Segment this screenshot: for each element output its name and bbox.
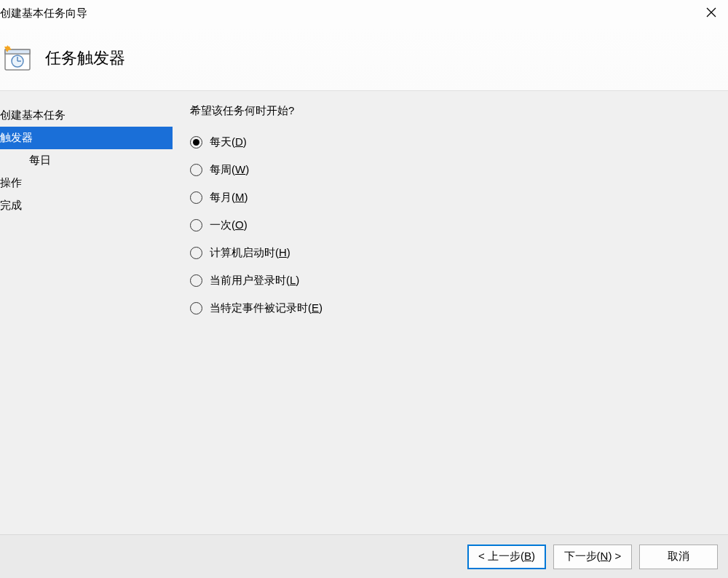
trigger-radio-group: 每天(D)每周(W)每月(M)一次(O)计算机启动时(H)当前用户登录时(L)当… (190, 135, 721, 315)
close-icon (706, 6, 716, 21)
sidebar-step-label: 触发器 (0, 131, 33, 145)
radio-label: 每月(M) (210, 191, 248, 205)
sidebar-step[interactable]: 触发器 (0, 127, 173, 149)
radio-unchecked-icon (190, 274, 202, 287)
radio-option[interactable]: 计算机启动时(H) (190, 246, 721, 260)
radio-label: 一次(O) (210, 218, 248, 232)
radio-label: 计算机启动时(H) (210, 246, 290, 260)
page-title: 任务触发器 (45, 47, 125, 69)
radio-checked-icon (190, 136, 202, 149)
button-label: < 上一步(B) (478, 550, 535, 563)
radio-label: 每周(W) (210, 163, 249, 177)
radio-unchecked-icon (190, 164, 202, 176)
window-title: 创建基本任务向导 (0, 7, 87, 20)
radio-option[interactable]: 当特定事件被记录时(E) (190, 301, 721, 315)
sidebar-step-label: 完成 (0, 199, 22, 213)
radio-option[interactable]: 当前用户登录时(L) (190, 274, 721, 288)
sidebar-step[interactable]: 每日 (0, 149, 173, 172)
wizard-header: 任务触发器 (0, 26, 728, 90)
button-label: 取消 (668, 550, 689, 563)
clock-icon (3, 44, 32, 73)
radio-option[interactable]: 一次(O) (190, 218, 721, 232)
next-button[interactable]: 下一步(N) > (553, 545, 632, 569)
titlebar: 创建基本任务向导 (0, 0, 728, 26)
radio-unchecked-icon (190, 191, 202, 204)
wizard-steps-sidebar: 创建基本任务触发器每日操作完成 (0, 91, 173, 534)
radio-unchecked-icon (190, 247, 202, 259)
sidebar-step-label: 操作 (0, 176, 22, 190)
radio-label: 当前用户登录时(L) (210, 274, 299, 288)
main-panel: 希望该任务何时开始? 每天(D)每周(W)每月(M)一次(O)计算机启动时(H)… (173, 91, 728, 534)
sidebar-step[interactable]: 完成 (0, 194, 173, 217)
button-label: 下一步(N) > (564, 550, 622, 563)
radio-option[interactable]: 每周(W) (190, 163, 721, 177)
radio-option[interactable]: 每月(M) (190, 191, 721, 205)
sidebar-step-label: 每日 (29, 154, 51, 167)
sidebar-step[interactable]: 操作 (0, 172, 173, 194)
close-button[interactable] (699, 2, 724, 24)
radio-unchecked-icon (190, 219, 202, 231)
wizard-content: 创建基本任务触发器每日操作完成 希望该任务何时开始? 每天(D)每周(W)每月(… (0, 90, 728, 534)
trigger-question: 希望该任务何时开始? (190, 104, 721, 118)
radio-unchecked-icon (190, 302, 202, 314)
radio-label: 当特定事件被记录时(E) (210, 301, 323, 315)
wizard-window: 创建基本任务向导 任务触发器 创建基本任务触发器每日操作完成 希望该任务何时开始… (0, 0, 728, 578)
radio-label: 每天(D) (210, 135, 247, 149)
back-button[interactable]: < 上一步(B) (467, 545, 546, 569)
cancel-button[interactable]: 取消 (639, 545, 718, 569)
sidebar-step[interactable]: 创建基本任务 (0, 104, 173, 127)
radio-option[interactable]: 每天(D) (190, 135, 721, 149)
wizard-footer: < 上一步(B) 下一步(N) > 取消 (0, 534, 728, 578)
sidebar-step-label: 创建基本任务 (0, 108, 66, 122)
